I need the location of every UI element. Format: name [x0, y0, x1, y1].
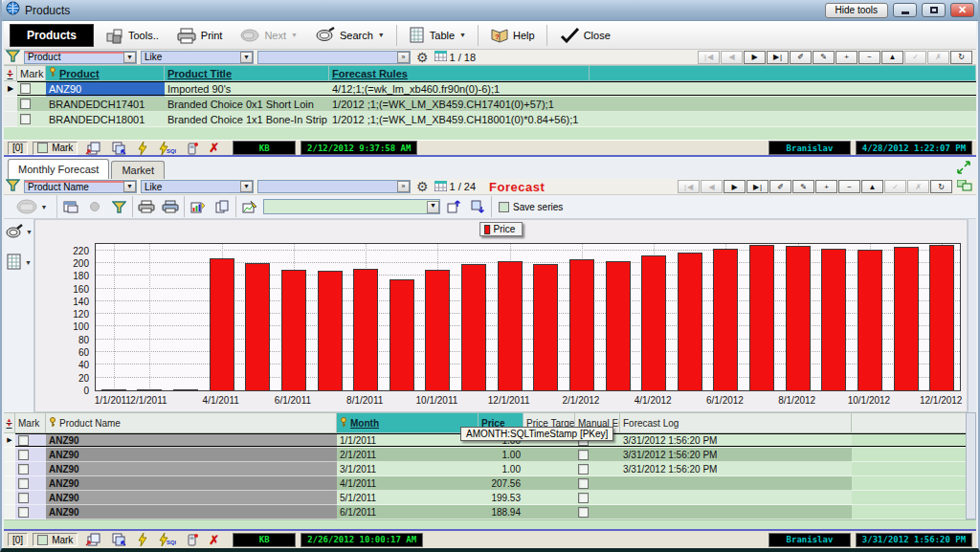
- close-window-button[interactable]: ✕: [950, 3, 974, 17]
- mark-checkbox[interactable]: [37, 143, 48, 153]
- forecast-log-cell[interactable]: 3/31/2012 1:56:20 PM: [620, 433, 852, 448]
- manual-entry-cell[interactable]: [575, 448, 620, 462]
- save-series-toggle[interactable]: Save series: [499, 202, 563, 212]
- print-button[interactable]: Print: [170, 25, 229, 46]
- mark-cell[interactable]: [15, 433, 46, 448]
- expand-panel-icon[interactable]: [957, 161, 970, 178]
- row-checkbox[interactable]: [18, 435, 29, 446]
- price-target-cell[interactable]: [523, 462, 575, 476]
- product-name-cell[interactable]: ANZ90: [46, 505, 337, 519]
- nav-cancel-button[interactable]: ✗: [927, 51, 949, 64]
- forecast-log-cell[interactable]: 3/31/2012 1:56:20 PM: [620, 448, 852, 462]
- product-name-cell[interactable]: ANZ90: [46, 433, 337, 448]
- sql-lightning-icon[interactable]: SQL: [156, 533, 179, 546]
- series-select[interactable]: ▼: [263, 199, 440, 214]
- mark-cell[interactable]: [17, 112, 46, 127]
- mark-cell[interactable]: [15, 448, 46, 462]
- manual-entry-cell[interactable]: [575, 476, 620, 491]
- forecast-log-cell[interactable]: [620, 476, 852, 491]
- copy-down-icon[interactable]: [108, 533, 129, 546]
- pause-dot-icon[interactable]: [84, 197, 105, 216]
- device-record-icon[interactable]: [184, 533, 201, 546]
- load-series-icon[interactable]: [443, 197, 464, 216]
- edit-chart-icon[interactable]: [239, 197, 260, 216]
- nav-cancel-button[interactable]: ✗: [907, 180, 929, 193]
- chevron-down-icon[interactable]: ▼: [41, 204, 48, 210]
- nav-last-button[interactable]: ▶: [746, 180, 768, 193]
- forecast-row[interactable]: ANZ904/1/2011207.56: [4, 476, 976, 491]
- nav-next-button[interactable]: ▶: [744, 51, 766, 64]
- zoom-tool-icon[interactable]: ▼: [5, 223, 33, 240]
- manual-entry-cell[interactable]: [575, 462, 620, 476]
- vertical-scrollbar[interactable]: [968, 219, 976, 412]
- row-checkbox[interactable]: [18, 507, 29, 518]
- col-header-mark[interactable]: Mark: [17, 65, 46, 81]
- month-cell[interactable]: 3/1/2011: [337, 462, 479, 476]
- col-header-mark[interactable]: Mark: [15, 412, 46, 433]
- forecast-row[interactable]: ANZ902/1/20111.003/31/2012 1:56:20 PM: [4, 448, 976, 462]
- row-checkbox[interactable]: [20, 99, 31, 109]
- manual-entry-cell[interactable]: [575, 505, 620, 519]
- sort-down-icon[interactable]: ▼: [8, 74, 13, 78]
- product-title-cell[interactable]: Branded Choice 1x1 Bone-In Strip: [165, 112, 329, 127]
- product-title-cell[interactable]: Branded Choice 0x1 Short Loin: [165, 97, 329, 112]
- mark-checkbox[interactable]: [37, 535, 48, 545]
- store-series-icon[interactable]: [467, 197, 488, 216]
- field-select[interactable]: Product Name▼: [24, 180, 137, 193]
- row-checkbox[interactable]: [578, 450, 589, 460]
- chart-tool-disabled-icon[interactable]: ▼: [6, 195, 57, 218]
- product-name-cell[interactable]: ANZ90: [46, 462, 337, 476]
- nav-erase-button[interactable]: ✎: [792, 180, 814, 193]
- lightning-icon[interactable]: [134, 533, 151, 546]
- help-button[interactable]: ? Help: [484, 25, 541, 45]
- row-checkbox[interactable]: [18, 450, 29, 460]
- tools-button[interactable]: Tools..: [100, 25, 165, 46]
- nav-prior-button[interactable]: ◀: [701, 180, 723, 193]
- copy-up-icon[interactable]: [82, 533, 103, 546]
- product-cell[interactable]: ANZ90: [46, 81, 165, 97]
- next-button[interactable]: Next ▼: [234, 26, 303, 45]
- mark-cell[interactable]: [15, 476, 46, 491]
- hide-tools-button[interactable]: Hide tools: [825, 3, 888, 18]
- nav-edit-pencil-button[interactable]: ✐: [769, 180, 791, 193]
- filter-value-input[interactable]: [258, 52, 397, 63]
- forecast-row[interactable]: ANZ903/1/20111.003/31/2012 1:56:20 PM: [4, 462, 976, 476]
- close-form-button[interactable]: Close: [553, 25, 616, 45]
- filter-funnel-icon[interactable]: [6, 178, 20, 195]
- product-name-cell[interactable]: ANZ90: [46, 448, 337, 462]
- sql-lightning-icon[interactable]: SQL: [156, 142, 179, 155]
- tab-market[interactable]: Market: [111, 161, 165, 179]
- month-cell[interactable]: 6/1/2011: [337, 505, 479, 519]
- forecast-row[interactable]: ANZ905/1/2011199.53: [4, 491, 976, 505]
- col-header-forecast-rules[interactable]: Forecast Rules: [329, 65, 590, 81]
- copy-up-icon[interactable]: [82, 142, 103, 155]
- nav-delete-button[interactable]: −: [858, 51, 880, 64]
- nav-delete-button[interactable]: −: [838, 180, 860, 193]
- nav-edit-button[interactable]: ▲: [861, 180, 883, 193]
- month-cell[interactable]: 1/1/2011: [337, 433, 479, 448]
- product-title-cell[interactable]: Imported 90's: [165, 81, 329, 97]
- print-chart-icon[interactable]: [136, 197, 157, 216]
- mark-cell[interactable]: [15, 491, 46, 505]
- chevron-down-icon[interactable]: ▼: [240, 181, 253, 192]
- forecast-rules-cell[interactable]: 4/12;1;(=wk_lm_xb460.fr90n(0)-6);1: [329, 81, 590, 97]
- table-dropdown-icon[interactable]: ▼: [459, 32, 466, 38]
- grid-view-icon[interactable]: ▼: [6, 254, 32, 271]
- chevron-down-icon[interactable]: ▼: [26, 229, 33, 235]
- row-checkbox[interactable]: [18, 464, 29, 475]
- product-row[interactable]: BRANDEDCH18001Branded Choice 1x1 Bone-In…: [4, 112, 976, 127]
- device-record-icon[interactable]: [184, 142, 201, 155]
- product-name-cell[interactable]: ANZ90: [46, 491, 337, 505]
- row-checkbox[interactable]: [20, 114, 31, 124]
- nav-refresh-button[interactable]: ↻: [950, 51, 972, 64]
- operator-select[interactable]: Like▼: [141, 51, 254, 64]
- mark-cell[interactable]: [15, 505, 46, 519]
- search-dropdown-icon[interactable]: ▼: [378, 32, 385, 38]
- product-row[interactable]: BRANDEDCH17401Branded Choice 0x1 Short L…: [4, 97, 976, 112]
- nav-edit-pencil-button[interactable]: ✐: [790, 51, 812, 64]
- maximize-button[interactable]: [922, 3, 946, 17]
- copy-icon[interactable]: [212, 197, 233, 216]
- price-cell[interactable]: 1.00: [479, 462, 523, 476]
- nav-post-button[interactable]: ✓: [904, 51, 926, 64]
- product-cell[interactable]: BRANDEDCH17401: [46, 97, 165, 112]
